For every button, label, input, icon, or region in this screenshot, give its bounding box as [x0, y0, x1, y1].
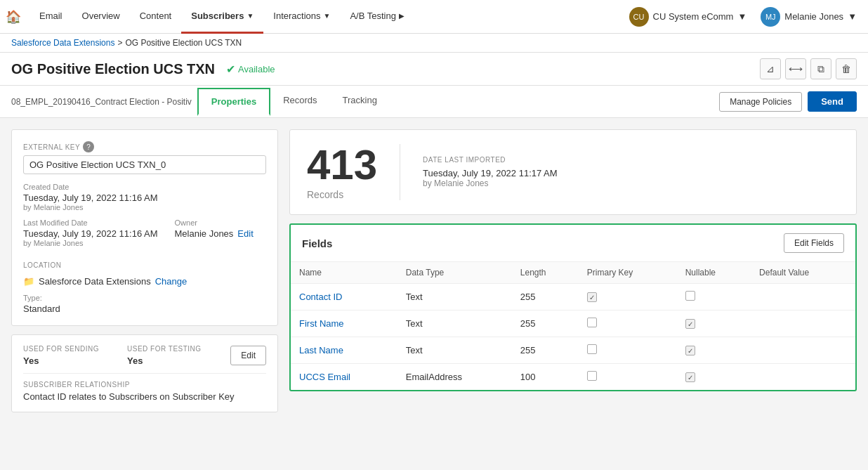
- user-name: Melanie Jones: [784, 11, 843, 22]
- field-name-link[interactable]: Contact ID: [299, 292, 342, 302]
- owner-value: Melanie Jones: [175, 228, 234, 239]
- field-primary-key-checkbox[interactable]: [587, 371, 597, 381]
- field-name-link[interactable]: First Name: [299, 318, 344, 329]
- stats-records-label: Records: [307, 189, 377, 200]
- location-label: LOCATION: [23, 261, 266, 269]
- nav-overview[interactable]: Overview: [72, 0, 130, 34]
- owner-edit-link[interactable]: Edit: [237, 228, 253, 239]
- used-for-sending-value: Yes: [23, 355, 99, 366]
- field-length: 100: [512, 364, 579, 391]
- created-date-value: Tuesday, July 19, 2022 11:16 AM: [23, 192, 266, 203]
- col-name: Name: [291, 262, 397, 284]
- field-primary-key-checkbox[interactable]: [587, 318, 597, 327]
- usage-card: USED FOR SENDING Yes USED FOR TESTING Ye…: [11, 334, 278, 412]
- col-length: Length: [512, 262, 579, 284]
- brand-switcher[interactable]: CU CU System eComm ▼: [624, 7, 753, 27]
- stats-date-imported: DATE LAST IMPORTED Tuesday, July 19, 202…: [423, 156, 558, 188]
- created-date-label: Created Date: [23, 183, 266, 191]
- send-button[interactable]: Send: [808, 91, 857, 112]
- interactions-dropdown-arrow: ▼: [324, 12, 331, 20]
- available-badge: ✔ Available: [226, 63, 275, 76]
- table-row: Last NameText255✓: [291, 337, 855, 364]
- brand-arrow-icon: ▼: [737, 11, 747, 22]
- field-length: 255: [512, 311, 579, 337]
- available-check-icon: ✔: [226, 63, 235, 76]
- field-primary-key-checkbox[interactable]: [587, 344, 597, 354]
- col-primary-key: Primary Key: [579, 262, 677, 284]
- filter-icon-btn[interactable]: ⊿: [760, 58, 781, 79]
- fields-card: Fields Edit Fields Name Data Type Length…: [289, 223, 857, 391]
- table-row: UCCS EmailEmailAddress100✓: [291, 364, 855, 391]
- main-content: EXTERNAL KEY ? Created Date Tuesday, Jul…: [0, 118, 868, 462]
- fields-table-header: Name Data Type Length Primary Key Nullab…: [291, 262, 855, 284]
- last-modified-value: Tuesday, July 19, 2022 11:16 AM: [23, 228, 158, 239]
- date-imported-value: Tuesday, July 19, 2022 11:17 AM: [423, 168, 558, 178]
- type-row: Type: Standard: [23, 294, 266, 314]
- field-primary-key-checkbox[interactable]: ✓: [587, 292, 597, 302]
- breadcrumb-separator: >: [117, 38, 122, 48]
- external-key-label: EXTERNAL KEY ?: [23, 141, 266, 152]
- link-icon-btn[interactable]: ⟷: [785, 58, 806, 79]
- external-key-input[interactable]: [23, 155, 266, 174]
- owner-label: Owner: [175, 218, 254, 227]
- folder-icon: 📁: [23, 276, 34, 287]
- edit-fields-button[interactable]: Edit Fields: [784, 233, 844, 253]
- toolbar-icons: ⊿ ⟷ ⧉ 🗑: [760, 58, 857, 79]
- nav-subscribers[interactable]: Subscribers ▼: [181, 0, 263, 34]
- tab-records[interactable]: Records: [270, 88, 329, 115]
- nav-interactions[interactable]: Interactions ▼: [263, 0, 340, 34]
- breadcrumb-current: OG Positive Election UCS TXN: [125, 38, 242, 48]
- available-label: Available: [238, 64, 275, 74]
- meta-section: Created Date Tuesday, July 19, 2022 11:1…: [23, 183, 266, 314]
- col-default-value: Default Value: [751, 262, 855, 284]
- breadcrumb-parent-link[interactable]: Salesforce Data Extensions: [11, 38, 114, 48]
- col-nullable: Nullable: [677, 262, 751, 284]
- manage-policies-button[interactable]: Manage Policies: [719, 92, 802, 112]
- table-row: Contact IDText255✓: [291, 284, 855, 311]
- field-data-type: Text: [397, 337, 512, 364]
- top-nav: 🏠 Email Overview Content Subscribers ▼ I…: [0, 0, 868, 34]
- field-length: 255: [512, 284, 579, 311]
- field-length: 255: [512, 337, 579, 364]
- usage-cols: USED FOR SENDING Yes USED FOR TESTING Ye…: [23, 345, 202, 366]
- location-row: 📁 Salesforce Data Extensions Change: [23, 276, 266, 287]
- field-name-link[interactable]: Last Name: [299, 345, 343, 355]
- field-data-type: Text: [397, 284, 512, 311]
- subscribers-dropdown-arrow: ▼: [246, 12, 254, 20]
- properties-card: EXTERNAL KEY ? Created Date Tuesday, Jul…: [11, 129, 278, 326]
- field-nullable-checkbox[interactable]: ✓: [685, 372, 695, 382]
- toolbar-row: OG Positive Election UCS TXN ✔ Available…: [0, 53, 868, 86]
- location-change-link[interactable]: Change: [155, 276, 188, 287]
- copy-icon-btn[interactable]: ⧉: [810, 58, 831, 79]
- owner-row: Owner Melanie Jones Edit: [175, 218, 254, 247]
- created-by: by Melanie Jones: [23, 203, 266, 211]
- field-nullable-checkbox[interactable]: [685, 291, 695, 301]
- fields-header: Fields Edit Fields: [291, 225, 855, 262]
- created-date-row: Created Date Tuesday, July 19, 2022 11:1…: [23, 183, 266, 211]
- last-modified-label: Last Modified Date: [23, 218, 158, 227]
- field-name-link[interactable]: UCCS Email: [299, 372, 350, 382]
- field-nullable-checkbox[interactable]: ✓: [685, 346, 695, 355]
- tab-tracking[interactable]: Tracking: [330, 88, 390, 115]
- col-data-type: Data Type: [397, 262, 512, 284]
- usage-edit-button[interactable]: Edit: [230, 346, 266, 365]
- breadcrumb: Salesforce Data Extensions > OG Positive…: [0, 34, 868, 53]
- user-menu[interactable]: MJ Melanie Jones ▼: [755, 7, 862, 27]
- external-key-help-icon[interactable]: ?: [83, 141, 94, 152]
- nav-content[interactable]: Content: [130, 0, 182, 34]
- abtesting-arrow: ▶: [399, 12, 405, 20]
- subscriber-rel-value: Contact ID relates to Subscribers on Sub…: [23, 391, 266, 402]
- delete-icon-btn[interactable]: 🗑: [836, 58, 857, 79]
- fields-table: Name Data Type Length Primary Key Nullab…: [291, 262, 855, 390]
- used-for-sending: USED FOR SENDING Yes: [23, 345, 99, 366]
- modified-owner-row: Last Modified Date Tuesday, July 19, 202…: [23, 218, 266, 254]
- subscriber-rel-label: SUBSCRIBER RELATIONSHIP: [23, 381, 266, 389]
- home-icon[interactable]: 🏠: [6, 9, 21, 25]
- imported-by: by Melanie Jones: [423, 178, 558, 188]
- field-default-value: [751, 337, 855, 364]
- tab-properties[interactable]: Properties: [197, 88, 270, 116]
- nav-email[interactable]: Email: [29, 0, 72, 34]
- brand-avatar: CU: [629, 7, 649, 27]
- nav-ab-testing[interactable]: A/B Testing ▶: [340, 0, 414, 34]
- field-nullable-checkbox[interactable]: ✓: [685, 319, 695, 329]
